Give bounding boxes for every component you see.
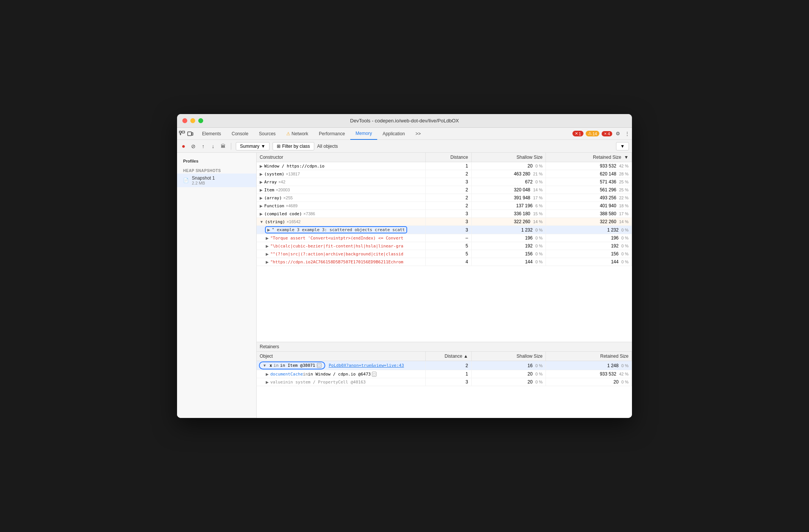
expand-icon[interactable] xyxy=(263,363,267,368)
expand-icon[interactable] xyxy=(260,204,263,208)
tab-sources[interactable]: Sources xyxy=(254,128,281,140)
content-area: Constructor Distance Shallow Size Retain… xyxy=(257,153,632,418)
info-badge[interactable]: ✕ 4 xyxy=(602,131,612,136)
record-icon[interactable]: ● xyxy=(180,143,187,150)
expand-icon[interactable] xyxy=(266,380,269,384)
tab-performance[interactable]: Performance xyxy=(314,128,350,140)
table-row[interactable]: "\b(calc|cubic-bezier|fit-content|hsl|hs… xyxy=(257,242,632,250)
retainers-header: Retainers xyxy=(257,342,632,352)
expand-icon[interactable] xyxy=(266,372,269,376)
retainers-distance-header[interactable]: Distance ▲ xyxy=(425,352,471,361)
minimize-button[interactable] xyxy=(190,118,195,123)
expand-icon[interactable] xyxy=(266,236,269,240)
constructor-cell: Window / https://cdpn.io xyxy=(257,162,425,170)
expand-icon[interactable] xyxy=(266,244,269,248)
constructor-cell: "https://cdpn.io2AC766158D5B7507E170156E… xyxy=(257,258,425,266)
table-row[interactable]: Window / https://cdpn.io 1 20 0 % 933 53… xyxy=(257,162,632,170)
maximize-button[interactable] xyxy=(198,118,203,123)
more-options-icon[interactable]: ⋮ xyxy=(624,130,630,137)
table-row[interactable]: "^(?!on|src|(?:action|archive|background… xyxy=(257,250,632,258)
heap-table-body: Window / https://cdpn.io 1 20 0 % 933 53… xyxy=(257,162,632,266)
heap-snapshots-title: HEAP SNAPSHOTS xyxy=(177,166,256,174)
table-row[interactable]: (string) ×16542 3 322 260 14 % xyxy=(257,218,632,226)
error-badge[interactable]: ✕ 1 xyxy=(572,131,583,136)
upload-icon[interactable]: ↑ xyxy=(200,143,207,150)
filter-by-class-button[interactable]: ⊞ Filter by class xyxy=(273,142,314,150)
snapshot-item[interactable]: 📄 Snapshot 1 2.2 MB xyxy=(177,174,256,187)
expand-icon[interactable] xyxy=(260,212,263,216)
tab-more[interactable]: >> xyxy=(410,128,426,140)
distance-cell: 2 xyxy=(425,170,471,178)
sort-desc-icon: ▼ xyxy=(624,155,629,160)
table-row[interactable]: (compiled code) ×7386 3 336 180 15 % xyxy=(257,210,632,218)
object-header[interactable]: Object xyxy=(257,352,425,361)
retainer-row[interactable]: documentCache in in Window / cdpn.io @64… xyxy=(257,370,632,378)
constructor-cell: (string) ×16542 xyxy=(257,218,425,226)
retainers-section: Retainers Object Distance ▲ Shallow Size… xyxy=(257,342,632,418)
table-header: Constructor Distance Shallow Size Retain… xyxy=(257,153,632,162)
retained-cell: 620 148 28 % xyxy=(546,170,632,178)
expand-icon[interactable] xyxy=(267,228,270,232)
expand-icon[interactable] xyxy=(260,164,263,168)
warning-badge[interactable]: ⚠ 14 xyxy=(586,131,599,136)
retainer-row-selected[interactable]: x in in Item @38071 □ PoLdb0X?anon=true&… xyxy=(257,361,632,370)
sort-asc-icon: ▲ xyxy=(464,354,468,359)
clear-icon[interactable]: 🏛 xyxy=(219,143,226,150)
constructor-header[interactable]: Constructor xyxy=(257,153,425,162)
retainer-link[interactable]: PoLdb0X?anon=true&view=live:43 xyxy=(329,363,404,368)
shallow-size-header[interactable]: Shallow Size xyxy=(471,153,546,162)
retainer-object-cell: x in in Item @38071 □ PoLdb0X?anon=true&… xyxy=(257,361,425,370)
table-row[interactable]: (system) ×13817 2 463 280 21 % xyxy=(257,170,632,178)
table-row[interactable]: Item ×20003 2 320 048 14 % xyxy=(257,186,632,194)
svg-rect-1 xyxy=(182,131,185,133)
table-row[interactable]: "Torque assert 'Convert<uintptr>(endInde… xyxy=(257,234,632,242)
table-row[interactable]: Function ×4689 2 137 196 6 % xyxy=(257,202,632,210)
svg-rect-2 xyxy=(188,132,191,136)
expand-icon[interactable] xyxy=(266,260,269,264)
snapshot-icon: 📄 xyxy=(183,178,189,183)
expand-icon[interactable] xyxy=(260,196,263,200)
expand-icon[interactable] xyxy=(260,188,263,192)
retainer-object-cell: value in in system / PropertyCell @40163 xyxy=(257,378,425,386)
device-toolbar-icon[interactable] xyxy=(187,130,194,137)
expand-icon[interactable] xyxy=(260,220,263,224)
constructor-cell: Item ×20003 xyxy=(257,186,425,194)
tab-console[interactable]: Console xyxy=(226,128,254,140)
svg-rect-0 xyxy=(179,131,181,133)
table-row[interactable]: "https://cdpn.io2AC766158D5B7507E170156E… xyxy=(257,258,632,266)
settings-icon[interactable]: ⚙ xyxy=(615,130,621,137)
retainers-retained-header[interactable]: Retained Size xyxy=(546,352,632,361)
retained-size-header[interactable]: Retained Size ▼ xyxy=(546,153,632,162)
retainers-table-body: x in in Item @38071 □ PoLdb0X?anon=true&… xyxy=(257,361,632,386)
constructor-cell: Array ×42 xyxy=(257,178,425,186)
window-title: DevTools - codepen.io/web-dot-dev/live/P… xyxy=(350,118,459,124)
all-objects-dropdown[interactable]: ▼ xyxy=(616,142,629,150)
snapshot-info: Snapshot 1 2.2 MB xyxy=(192,175,215,185)
table-row[interactable]: (array) ×255 2 391 948 17 % xyxy=(257,194,632,202)
tab-application[interactable]: Application xyxy=(377,128,410,140)
inspect-icon[interactable] xyxy=(179,130,185,137)
retainers-shallow-header[interactable]: Shallow Size xyxy=(471,352,546,361)
constructor-cell: (compiled code) ×7386 xyxy=(257,210,425,218)
traffic-lights xyxy=(182,118,203,123)
info-icon: ✕ xyxy=(604,132,607,136)
expand-icon[interactable] xyxy=(266,252,269,256)
expand-icon[interactable] xyxy=(260,180,263,184)
retainer-row[interactable]: value in in system / PropertyCell @40163… xyxy=(257,378,632,386)
tab-network[interactable]: ⚠ Network xyxy=(281,128,314,140)
dropdown-arrow-icon: ▼ xyxy=(261,144,265,149)
heap-table[interactable]: Constructor Distance Shallow Size Retain… xyxy=(257,153,632,342)
tab-elements[interactable]: Elements xyxy=(197,128,226,140)
stop-icon[interactable]: ⊘ xyxy=(190,143,197,150)
constructor-cell: "^(?!on|src|(?:action|archive|background… xyxy=(257,250,425,258)
expand-icon[interactable] xyxy=(260,172,263,176)
distance-header[interactable]: Distance xyxy=(425,153,471,162)
summary-dropdown[interactable]: Summary ▼ xyxy=(236,142,270,150)
close-button[interactable] xyxy=(182,118,187,123)
table-row[interactable]: Array ×42 3 672 0 % 571 xyxy=(257,178,632,186)
download-icon[interactable]: ↓ xyxy=(210,143,216,150)
tab-memory[interactable]: Memory xyxy=(350,128,377,140)
table-row-selected[interactable]: " example 3 example 3: scattered objects… xyxy=(257,226,632,234)
error-icon: ✕ xyxy=(575,131,578,136)
devtools-window: DevTools - codepen.io/web-dot-dev/live/P… xyxy=(177,114,632,418)
